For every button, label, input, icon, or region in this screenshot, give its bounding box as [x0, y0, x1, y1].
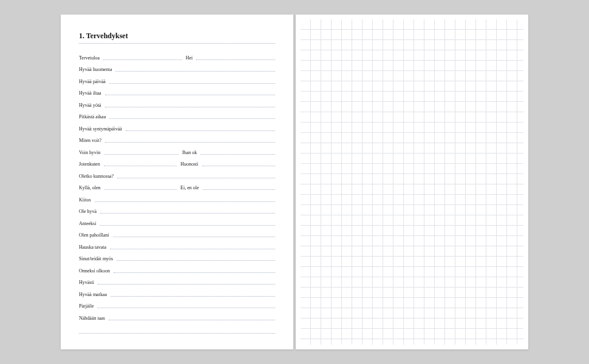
- term-a: Pitkästä aikaa: [79, 114, 106, 121]
- term-a: Hauska tavata: [79, 244, 106, 251]
- dotted-fill: [117, 178, 275, 178]
- vocab-row: Hauska tavata: [79, 239, 275, 251]
- vocab-row: Miten voit?: [79, 133, 275, 145]
- right-page: [296, 15, 528, 349]
- term-a: Tervetuloa: [79, 55, 100, 62]
- dotted-fill: [103, 59, 182, 60]
- vocab-row: Hyvää syntymäpäivää: [79, 121, 275, 133]
- dotted-fill: [95, 201, 275, 202]
- term-a: Hyvää päivää: [79, 79, 106, 86]
- heading-underline: [79, 43, 275, 44]
- term-b: Ei, en ole: [180, 185, 199, 192]
- vocab-row: Hyvää huomenta: [79, 62, 275, 74]
- term-b: Huonosti: [180, 161, 198, 168]
- term-a: Voin hyvin: [79, 150, 100, 157]
- term-a: Onneksi olkoon: [79, 268, 110, 275]
- trailing-dotted-line: [79, 322, 275, 334]
- left-page: 1. Tervehdykset TervetuloaHeiHyvää huome…: [61, 15, 293, 349]
- vocab-row: Pitkästä aikaa: [79, 109, 275, 121]
- dotted-fill: [115, 71, 275, 72]
- dotted-fill: [97, 308, 275, 308]
- term-a: Anteeksi: [79, 221, 96, 228]
- dotted-fill: [105, 95, 275, 95]
- dotted-fill: [104, 189, 177, 190]
- dotted-fill: [200, 154, 275, 155]
- term-a: Jotenkuten: [79, 161, 100, 168]
- vocab-row: Oletko kunnossa?: [79, 168, 275, 180]
- dotted-fill: [117, 260, 275, 261]
- term-a: Kiitos: [79, 197, 91, 204]
- vocab-row: JotenkutenHuonosti: [79, 157, 275, 169]
- term-a: Miten voit?: [79, 138, 101, 144]
- term-b: Hei: [186, 55, 193, 62]
- dotted-fill: [100, 225, 275, 226]
- dotted-fill: [98, 284, 275, 285]
- dotted-fill: [111, 296, 275, 297]
- dotted-fill: [203, 189, 276, 190]
- vocab-row: Ole hyvä: [79, 204, 275, 216]
- dotted-fill: [105, 142, 275, 143]
- term-a: Oletko kunnossa?: [79, 174, 114, 180]
- vocab-row: Hyvää yötä: [79, 97, 275, 109]
- vocab-row: Kiitos: [79, 192, 275, 204]
- vocab-row: Hyvää iltaa: [79, 86, 275, 98]
- dotted-fill: [113, 237, 275, 237]
- dotted-fill: [196, 59, 275, 60]
- vocab-row: Anteeksi: [79, 215, 275, 228]
- vocab-row: Hyvästi: [79, 275, 275, 287]
- dotted-fill: [100, 213, 275, 214]
- term-a: Hyvästi: [79, 280, 94, 286]
- vocab-row: Pärjäile: [79, 298, 275, 311]
- dotted-fill: [109, 320, 275, 320]
- term-b: Ihan ok: [182, 150, 197, 157]
- term-a: Hyvää matkaa: [79, 292, 107, 298]
- term-a: Hyvää huomenta: [79, 67, 112, 73]
- term-a: Olen pahoillani: [79, 232, 109, 239]
- vocab-row: Nähdään taas: [79, 310, 275, 322]
- vocab-row: Voin hyvinIhan ok: [79, 144, 275, 157]
- term-a: Nähdään taas: [79, 315, 105, 322]
- dotted-fill: [104, 166, 177, 166]
- vocab-row: Hyvää päivää: [79, 73, 275, 86]
- term-a: Sinut/teidät myös: [79, 256, 113, 263]
- dotted-fill: [114, 272, 275, 273]
- vocab-row: Sinut/teidät myös: [79, 251, 275, 263]
- dotted-fill: [110, 249, 275, 249]
- term-a: Hyvää syntymäpäivää: [79, 126, 122, 133]
- term-a: Pärjäile: [79, 303, 94, 310]
- dotted-fill: [109, 118, 275, 119]
- vocab-row: Onneksi olkoon: [79, 263, 275, 275]
- vocab-row: Hyvää matkaa: [79, 286, 275, 298]
- section-heading: 1. Tervehdykset: [79, 32, 275, 41]
- term-a: Hyvää iltaa: [79, 90, 101, 97]
- vocab-row: TervetuloaHei: [79, 50, 275, 62]
- dotted-fill: [105, 107, 275, 107]
- term-a: Kyllä, olen: [79, 185, 101, 192]
- term-a: Ole hyvä: [79, 209, 97, 215]
- dotted-fill: [202, 166, 276, 166]
- vocab-row: Kyllä, olenEi, en ole: [79, 180, 275, 192]
- vocab-row: Olen pahoillani: [79, 228, 275, 240]
- dotted-fill: [126, 130, 275, 131]
- dotted-fill: [109, 83, 275, 84]
- dotted-fill: [104, 154, 179, 155]
- grid-paper: [301, 19, 523, 345]
- term-a: Hyvää yötä: [79, 103, 101, 109]
- vocabulary-rows: TervetuloaHeiHyvää huomentaHyvää päivääH…: [79, 50, 275, 322]
